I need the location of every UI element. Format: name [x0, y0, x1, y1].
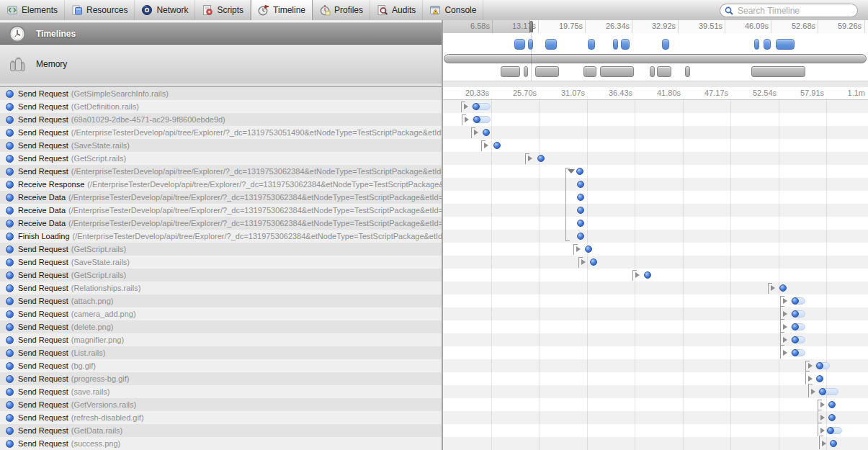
timeline-record-row[interactable]: Send Request(save.rails) — [0, 385, 442, 398]
tab-network[interactable]: Network — [135, 0, 195, 20]
timeline-record-row[interactable]: Send Request(GetScript.rails) — [0, 243, 442, 256]
record-event-dot[interactable] — [577, 181, 584, 188]
record-expand-arrow[interactable] — [465, 117, 469, 122]
record-event-dot[interactable] — [792, 310, 799, 318]
record-expand-arrow[interactable] — [581, 259, 586, 265]
record-detail: (GetScript.rails) — [68, 245, 126, 253]
record-event-dot[interactable] — [792, 297, 799, 305]
record-expand-arrow[interactable] — [820, 428, 825, 433]
records-pane: Send Request(GetSimpleSearchInfo.rails)S… — [0, 87, 442, 450]
timeline-record-row[interactable]: Send Request(List.rails) — [0, 346, 442, 359]
record-marker-lane — [443, 282, 868, 294]
record-event-dot[interactable] — [816, 375, 823, 382]
timeline-record-row[interactable]: Send Request(magnifier.png) — [0, 333, 442, 346]
record-expand-arrow[interactable] — [635, 272, 640, 278]
timeline-record-row[interactable]: Send Request(GetScript.rails) — [0, 152, 442, 165]
timeline-record-row[interactable]: Send Request(GetData.rails) — [0, 424, 442, 437]
timeline-record-row[interactable]: Receive Response(/EnterpriseTesterDevelo… — [0, 178, 442, 191]
record-event-dot[interactable] — [792, 323, 799, 330]
record-event-dot[interactable] — [779, 284, 787, 292]
timeline-record-row[interactable]: Send Request(SaveState.rails) — [0, 256, 442, 269]
timeline-record-row[interactable]: Send Request(/EnterpriseTesterDevelop/ap… — [0, 126, 442, 139]
overview-window-grip[interactable] — [529, 21, 533, 32]
record-event-dot[interactable] — [473, 103, 480, 110]
record-expand-arrow[interactable] — [783, 311, 787, 317]
record-event-dot[interactable] — [830, 440, 837, 447]
record-expand-arrow[interactable] — [783, 298, 787, 304]
record-expand-arrow[interactable] — [808, 376, 813, 382]
tab-console[interactable]: Console — [423, 0, 483, 20]
timeline-record-row[interactable]: Send Request(/EnterpriseTesterDevelop/ap… — [0, 165, 442, 178]
record-type-dot — [6, 401, 14, 409]
elements-icon — [6, 4, 18, 16]
timeline-record-row[interactable]: Send Request(GetVersions.rails) — [0, 398, 442, 411]
record-event-dot[interactable] — [590, 258, 597, 266]
record-event-dot[interactable] — [819, 388, 826, 395]
record-expand-arrow[interactable] — [820, 415, 825, 420]
record-action: Send Request(GetDefinition.rails) — [18, 100, 139, 113]
record-event-dot[interactable] — [577, 233, 584, 240]
timeline-record-row[interactable]: Send Request(attach.png) — [0, 294, 442, 307]
record-action: Send Request(/EnterpriseTesterDevelop/ap… — [18, 165, 442, 178]
record-event-dot[interactable] — [792, 349, 799, 356]
record-event-dot[interactable] — [816, 362, 823, 369]
record-expand-arrow[interactable] — [783, 324, 787, 330]
timeline-record-row[interactable]: Receive Data(/EnterpriseTesterDevelop/ap… — [0, 217, 442, 230]
tab-profiles[interactable]: Profiles — [313, 0, 370, 20]
record-event-dot[interactable] — [644, 271, 651, 279]
record-expand-arrow[interactable] — [783, 337, 787, 343]
overview-scrollbar[interactable] — [444, 54, 867, 63]
timeline-record-row[interactable]: Send Request(bg.gif) — [0, 359, 442, 372]
sidebar-item-timelines[interactable]: Timelines — [0, 22, 442, 45]
record-expand-arrow[interactable] — [822, 441, 826, 446]
record-expand-arrow[interactable] — [568, 169, 575, 174]
record-expand-arrow[interactable] — [783, 350, 787, 356]
record-event-dot[interactable] — [537, 155, 545, 162]
timeline-record-row[interactable]: Send Request(GetSimpleSearchInfo.rails) — [0, 87, 442, 100]
record-expand-arrow[interactable] — [820, 402, 825, 408]
timeline-record-row[interactable]: Send Request(success.png) — [0, 437, 442, 450]
timeline-record-row[interactable]: Send Request(camera_add.png) — [0, 307, 442, 320]
timeline-record-row[interactable]: Receive Data(/EnterpriseTesterDevelop/ap… — [0, 191, 442, 204]
timeline-record-row[interactable]: Send Request(Relationships.rails) — [0, 282, 442, 294]
timeline-record-row[interactable]: Send Request(GetScript.rails) — [0, 269, 442, 282]
record-expand-arrow[interactable] — [808, 363, 813, 369]
record-event-dot[interactable] — [483, 129, 490, 136]
record-expand-arrow[interactable] — [484, 143, 488, 148]
tab-elements[interactable]: Elements — [0, 0, 65, 20]
record-event-dot[interactable] — [577, 220, 584, 227]
overview-record-bar — [514, 39, 525, 50]
timeline-record-row[interactable]: Send Request(delete.png) — [0, 320, 442, 333]
timeline-record-row[interactable]: Receive Data(/EnterpriseTesterDevelop/ap… — [0, 204, 442, 217]
timeline-record-row[interactable]: Send Request(GetDefinition.rails) — [0, 100, 442, 113]
record-event-dot[interactable] — [827, 427, 834, 434]
record-detail: (/EnterpriseTesterDevelop/api/tree/Explo… — [68, 167, 442, 176]
record-event-dot[interactable] — [493, 142, 501, 149]
record-expand-arrow[interactable] — [528, 156, 532, 161]
record-expand-arrow[interactable] — [474, 130, 478, 135]
timeline-record-row[interactable]: Send Request(refresh-disabled.gif) — [0, 411, 442, 424]
record-event-dot[interactable] — [585, 246, 592, 253]
record-event-dot[interactable] — [577, 194, 584, 201]
timeline-record-row[interactable]: Send Request(progress-bg.gif) — [0, 372, 442, 385]
tab-timeline[interactable]: Timeline — [251, 0, 313, 20]
record-expand-arrow[interactable] — [771, 285, 775, 291]
record-event-dot[interactable] — [577, 207, 584, 214]
record-expand-arrow[interactable] — [576, 246, 581, 252]
sidebar-item-memory[interactable]: Memory — [0, 45, 442, 84]
timeline-record-row[interactable]: Send Request(SaveState.rails) — [0, 139, 442, 152]
timeline-record-row[interactable]: Send Request(69a01029-2dbe-4571-ac29-9f8… — [0, 113, 442, 126]
resources-icon — [71, 4, 83, 16]
tab-resources[interactable]: Resources — [65, 0, 135, 20]
record-expand-arrow[interactable] — [811, 389, 815, 395]
record-event-dot[interactable] — [576, 168, 583, 175]
timeline-record-row[interactable]: Finish Loading(/EnterpriseTesterDevelop/… — [0, 230, 442, 243]
tab-scripts[interactable]: Scripts — [195, 0, 251, 20]
record-event-dot[interactable] — [473, 116, 480, 123]
tab-audits[interactable]: Audits — [370, 0, 423, 20]
record-event-dot[interactable] — [828, 401, 836, 408]
record-event-dot[interactable] — [792, 336, 799, 343]
search-input[interactable] — [720, 4, 858, 17]
record-expand-arrow[interactable] — [464, 104, 468, 109]
record-event-dot[interactable] — [828, 414, 836, 421]
